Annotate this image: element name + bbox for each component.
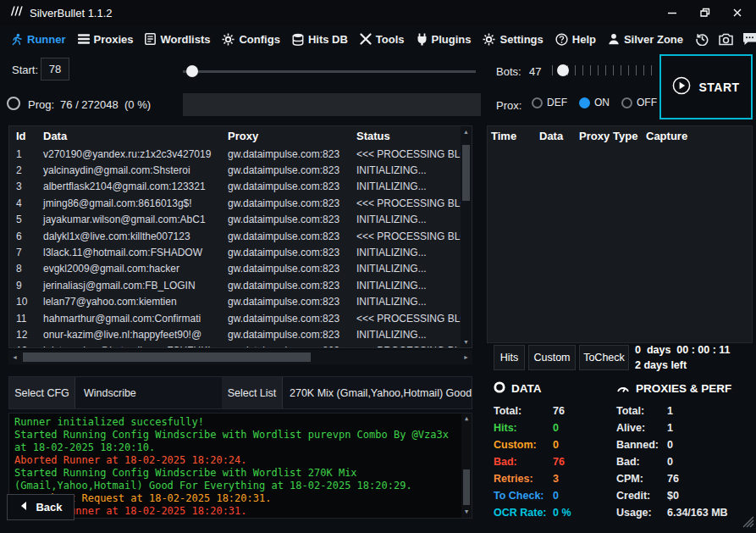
stat-ocr-rate: OCR Rate:0 % [494, 504, 614, 521]
scrollbar-thumb[interactable] [462, 145, 470, 201]
window-title: SilverBullet 1.1.2 [30, 7, 113, 19]
nav-silver-zone-label: Silver Zone [624, 33, 683, 46]
prox-off-radio[interactable]: OFF [621, 97, 657, 108]
scroll-right-arrow-icon[interactable]: ► [460, 350, 472, 364]
list-icon [78, 33, 90, 45]
wordlist-icon [145, 33, 156, 45]
table-row[interactable]: 13kristysnokes@hotmail.com:FSUZUKIgw.dat… [9, 343, 472, 348]
nav-settings[interactable]: Settings [483, 33, 543, 46]
prox-off-label: OFF [637, 97, 657, 108]
horizontal-scrollbar[interactable]: ◄ ► [8, 350, 472, 364]
stat-proxy-banned: Banned:0 [616, 436, 753, 453]
elapsed-time: 0 days 00 : 00 : 11 [635, 344, 731, 356]
maximize-button[interactable] [699, 8, 710, 18]
history-button[interactable] [695, 32, 709, 46]
start-count-field[interactable]: 78 [41, 58, 69, 81]
col-proxy: Proxy [576, 130, 610, 142]
select-cfg-button[interactable]: Select CFG [9, 377, 75, 408]
screenshot-button[interactable] [719, 33, 733, 46]
table-row[interactable]: 11hahmarthur@gmail.com:Confirmatigw.data… [9, 310, 472, 326]
log-line: Runner initialized succesfully! [14, 416, 456, 429]
nav-tools[interactable]: Tools [360, 33, 405, 46]
stats-data-panel: DATA Total:76 Hits:0 Custom:0 Bad:76 Ret… [494, 381, 614, 521]
resize-grip-icon[interactable] [742, 516, 754, 531]
table-row[interactable]: 9jerinaliasj@gmail.com:FB_LOGINgw.dataim… [9, 277, 472, 293]
table-row[interactable]: 2yalcinaydin@gmail.com:Shsteroigw.dataim… [9, 162, 472, 178]
bots-slider[interactable] [552, 63, 659, 78]
table-row[interactable]: 5jayakumar.wilson@gmail.com:AbC1gw.datai… [9, 212, 472, 228]
prox-def-radio[interactable]: DEF [532, 97, 567, 108]
tab-custom[interactable]: Custom [528, 345, 576, 370]
table-row[interactable]: 4jming86@gmail.com:8616013g$!gw.dataimpu… [9, 195, 472, 211]
col-data: Data [536, 130, 576, 142]
scroll-up-arrow-icon[interactable]: ▲ [461, 414, 472, 425]
log-content: Runner initialized succesfully! Started … [14, 416, 456, 519]
table-row[interactable]: 10lelan77@yahoo.com:kiemtiengw.dataimpul… [9, 294, 472, 310]
log-line: Started Running Config Windscribe with W… [14, 467, 456, 492]
log-scrollbar[interactable]: ▲ ▼ [461, 414, 472, 518]
table-row[interactable]: 6dalykl1x@live.com:killthe007123gw.datai… [9, 228, 472, 244]
nav-hits-db[interactable]: Hits DB [292, 33, 348, 46]
table-row[interactable]: 1v270190@yandex.ru:z1x2c3v427019gw.datai… [9, 146, 472, 162]
prox-on-radio[interactable]: ON [579, 97, 610, 108]
chat-button[interactable] [742, 32, 756, 46]
selector-row: Select CFG Windscribe Select List 270K M… [8, 376, 472, 409]
scroll-up-arrow-icon[interactable]: ▲ [461, 126, 472, 137]
radio-dot [621, 97, 632, 108]
back-button[interactable]: Back [7, 494, 74, 520]
table-row[interactable]: 12onur-kazim@live.nl:happyfeet90!@gw.dat… [9, 326, 472, 342]
vertical-scrollbar[interactable]: ▲ ▼ [461, 126, 472, 347]
stat-custom: Custom:0 [494, 436, 614, 453]
minimize-button[interactable] [667, 8, 677, 18]
nav-runner[interactable]: Runner [10, 33, 66, 46]
chat-icon [742, 32, 756, 46]
start-button[interactable]: START [659, 54, 753, 119]
scrollbar-thumb[interactable] [463, 469, 470, 505]
nav-configs[interactable]: Configs [222, 33, 279, 46]
nav-help[interactable]: Help [555, 33, 596, 46]
bots-slider-thumb[interactable] [557, 64, 569, 76]
col-type: Type [610, 130, 643, 142]
stat-total: Total:76 [494, 403, 614, 419]
nav-help-label: Help [572, 33, 596, 46]
license-days-left: 2 days left [635, 359, 731, 371]
tab-hits[interactable]: Hits [494, 345, 525, 370]
navbar: Runner Proxies Wordlists Configs Hits DB… [0, 25, 756, 53]
prox-on-label: ON [594, 97, 610, 108]
nav-proxies-label: Proxies [94, 33, 134, 46]
stat-credit: Credit:$0 [616, 487, 753, 504]
selected-wordlist-value: 270K Mix (Gmail,Yahoo,Hotmail) Good For … [283, 377, 472, 408]
minimize-icon [667, 8, 677, 18]
radio-dot [579, 97, 590, 108]
scrollbar-thumb[interactable] [23, 353, 311, 362]
col-proxy: Proxy [221, 130, 350, 142]
database-icon [292, 33, 304, 46]
progress-radio[interactable] [7, 97, 20, 110]
nav-plugins[interactable]: Plugins [417, 33, 472, 46]
select-list-button[interactable]: Select List [222, 377, 283, 408]
scroll-left-arrow-icon[interactable]: ◄ [8, 350, 21, 364]
stats-data-header: DATA [494, 381, 614, 396]
nav-proxies[interactable]: Proxies [78, 33, 134, 46]
table-row[interactable]: 8evgkl2009@gmail.com:hackergw.dataimpuls… [9, 261, 472, 277]
close-button[interactable] [732, 8, 742, 18]
start-slider-thumb[interactable] [186, 65, 198, 77]
stat-proxy-alive: Alive:1 [616, 419, 753, 436]
nav-wordlists[interactable]: Wordlists [145, 33, 210, 46]
col-data: Data [36, 130, 221, 142]
play-icon [672, 76, 691, 97]
nav-plugins-label: Plugins [432, 33, 472, 46]
scroll-down-arrow-icon[interactable]: ▼ [461, 336, 472, 347]
timer: 0 days 00 : 00 : 11 2 days left [635, 344, 731, 371]
camera-icon [719, 33, 733, 46]
nav-runner-label: Runner [27, 33, 66, 46]
start-slider-track[interactable] [183, 70, 476, 73]
progress-value: 76 / 272048 (0 %) [60, 98, 151, 111]
start-slider[interactable] [183, 65, 476, 77]
nav-silver-zone[interactable]: Silver Zone [608, 33, 683, 46]
scroll-down-arrow-icon[interactable]: ▼ [461, 507, 472, 518]
table-row[interactable]: 7l3lack.11@hotmail.com:FSHADOWgw.dataimp… [9, 244, 472, 260]
progress-bar [183, 93, 481, 116]
tab-tocheck[interactable]: ToCheck [579, 345, 629, 370]
table-row[interactable]: 3albertflask2104@gmail.com:123321gw.data… [9, 179, 472, 195]
